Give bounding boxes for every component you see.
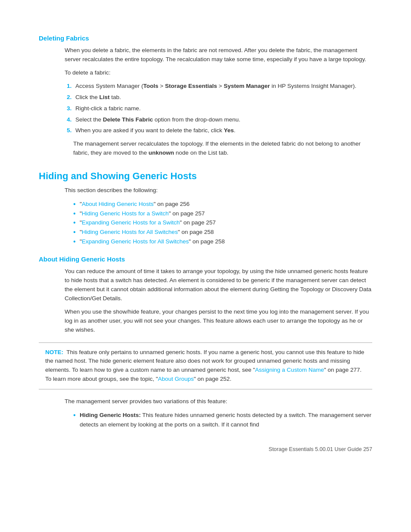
page: Deleting Fabrics When you delete a fabri… (0, 0, 411, 478)
toc-link-5[interactable]: Expanding Generic Hosts for All Switches (82, 238, 189, 245)
toc-link-3[interactable]: Expanding Generic Hosts for a Switch (82, 219, 180, 226)
toc-item-2: "Hiding Generic Hosts for a Switch" on p… (73, 209, 372, 218)
toc-list: "About Hiding Generic Hosts" on page 256… (73, 199, 372, 246)
footer-text: Storage Essentials 5.00.01 User Guide 25… (269, 446, 372, 452)
note-label: NOTE: (45, 349, 63, 355)
toc-item-4: "Hiding Generic Hosts for All Switches" … (73, 227, 372, 237)
toc-item-5: "Expanding Generic Hosts for All Switche… (73, 237, 372, 246)
footer: Storage Essentials 5.00.01 User Guide 25… (39, 446, 372, 452)
step-1: Access System Manager (Tools > Storage E… (73, 82, 372, 91)
about-hiding-title: About Hiding Generic Hosts (39, 255, 372, 263)
about-hiding-para2: When you use the show/hide feature, your… (65, 308, 372, 335)
about-hiding-para3: The management server provides two varia… (65, 397, 372, 406)
step-2: Click the List tab. (73, 93, 372, 102)
about-groups-link[interactable]: About Groups (158, 376, 193, 382)
toc-item-3: "Expanding Generic Hosts for a Switch" o… (73, 218, 372, 227)
assigning-custom-name-link[interactable]: Assigning a Custom Name (255, 367, 324, 373)
feature-item-1: Hiding Generic Hosts: This feature hides… (73, 411, 372, 429)
step-note: The management server recalculates the t… (73, 140, 372, 158)
step-4: Select the Delete This Fabric option fro… (73, 115, 372, 124)
about-hiding-para1: You can reduce the amount of time it tak… (65, 267, 372, 303)
toc-link-2[interactable]: Hiding Generic Hosts for a Switch (82, 210, 169, 217)
feature-list: Hiding Generic Hosts: This feature hides… (73, 411, 372, 429)
hiding-showing-title: Hiding and Showing Generic Hosts (39, 171, 372, 182)
toc-link-1[interactable]: About Hiding Generic Hosts (82, 201, 154, 207)
note-box: NOTE: This feature only pertains to unna… (39, 342, 372, 390)
deleting-fabrics-intro1: When you delete a fabric, the elements i… (65, 46, 372, 64)
steps-list: Access System Manager (Tools > Storage E… (73, 82, 372, 136)
toc-link-4[interactable]: Hiding Generic Hosts for All Switches (82, 229, 178, 235)
toc-item-1: "About Hiding Generic Hosts" on page 256 (73, 199, 372, 209)
hiding-showing-intro: This section describes the following: (65, 186, 372, 195)
deleting-fabrics-intro2: To delete a fabric: (65, 68, 372, 78)
deleting-fabrics-title: Deleting Fabrics (39, 34, 372, 42)
step-3: Right-click a fabric name. (73, 104, 372, 113)
step-5: When you are asked if you want to delete… (73, 126, 372, 135)
